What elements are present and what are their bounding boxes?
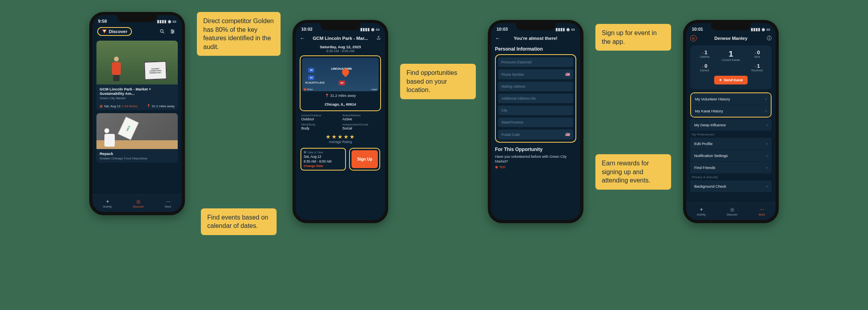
change-date-link[interactable]: Change Date (304, 164, 343, 168)
phone-discover: 9:58 ▮▮▮▮ ◉ ▭ Discover (89, 12, 185, 215)
share-icon[interactable] (376, 35, 381, 41)
svg-point-6 (173, 31, 174, 32)
chevron-right-icon: › (766, 153, 768, 158)
tab-activity[interactable]: ✦Activity (697, 207, 705, 216)
send-karat-button[interactable]: ✦Send Karat (714, 76, 748, 84)
notch (320, 23, 360, 30)
svg-point-7 (172, 32, 173, 33)
stat-sent: 0 (757, 49, 760, 55)
map-legal[interactable]: Legal (371, 88, 377, 90)
event-more-dates[interactable]: (+34 More) (122, 104, 137, 108)
callout-rewards: Earn rewards for signing up and attendin… (595, 154, 671, 190)
signup-button[interactable]: Sign Up (352, 150, 378, 168)
pin-icon: 📍 (325, 94, 329, 98)
menu-background-check[interactable]: Background Check› (690, 181, 772, 192)
event-date: Sat, Aug 12 (104, 104, 120, 108)
calendar-icon: ▦ (100, 104, 103, 108)
clock: 10:02 (301, 27, 312, 31)
event-title: Repack (100, 151, 175, 156)
addr2-field[interactable]: Additional Address Info (498, 94, 573, 103)
event-org: Greater Chicago Food Depository (100, 157, 175, 160)
form-answer[interactable]: ◉ Yes! (495, 165, 576, 169)
menu-volunteer-history[interactable]: My Volunteer History› (691, 93, 771, 105)
battery-icon: ▭ (376, 27, 379, 31)
menu-edit-profile[interactable]: Edit Profile› (690, 138, 772, 150)
mailing-field[interactable]: Mailing Address (498, 82, 573, 91)
attr-label: Indoor/Outdoor (301, 114, 338, 117)
avatar[interactable]: D (690, 35, 697, 41)
compass-icon: ◎ (730, 207, 734, 212)
clock: 10:01 (692, 27, 703, 31)
brand-discover-pill[interactable]: Discover (97, 27, 132, 36)
wifi-icon: ◉ (371, 27, 375, 31)
calendar-icon: ▦ (304, 151, 306, 154)
stat-lifetime: 1 (705, 49, 707, 55)
stat-received: 1 (757, 63, 760, 69)
rating-label: Average Rating (300, 140, 381, 144)
battery-icon: ▭ (571, 27, 575, 31)
event-title: GCM Lincoln Park - Market + Sustainabili… (100, 87, 175, 96)
tab-more[interactable]: ⋯More (759, 207, 765, 216)
callout-location: Find opportunities based on your locatio… (400, 64, 476, 99)
more-icon: ⋯ (760, 207, 764, 212)
signal-icon: ▮▮▮▮ (751, 27, 760, 31)
attr-value: Active (342, 117, 379, 121)
battery-icon: ▭ (173, 19, 176, 24)
signal-icon: ▮▮▮▮ (556, 27, 565, 31)
back-icon[interactable]: ← (495, 35, 501, 41)
wifi-icon: ◉ (762, 27, 765, 31)
phone-event-detail: 10:02 ▮▮▮▮ ◉ ▭ ← GCM Lincoln Park - Mar.… (293, 20, 388, 223)
svg-point-0 (160, 29, 163, 32)
spark-icon: ✦ (699, 207, 703, 212)
attr-value: Social (342, 126, 379, 130)
notch (117, 15, 157, 22)
callout-competitor: Direct competitor Golden has 80% of the … (197, 12, 281, 56)
flag-icon[interactable]: 🇺🇸 (565, 72, 570, 77)
event-org: Green City Market (100, 96, 175, 100)
clock: 9:58 (98, 19, 107, 24)
tab-more[interactable]: ⋯More (165, 199, 171, 208)
tab-discover[interactable]: ◎Discover (133, 199, 143, 208)
phone-signup-form: 10:03 ▮▮▮▮ ◉ ▭ ← You're almost there! Pe… (488, 20, 583, 223)
info-icon[interactable]: ⓘ (767, 35, 772, 42)
wifi-icon: ◉ (566, 27, 570, 31)
tab-bar: ✦Activity ◎Discover ⋯More (686, 202, 776, 220)
postal-field[interactable]: Postal Code🇺🇸 (498, 129, 573, 139)
section-opportunity: For This Opportunity (495, 147, 576, 152)
discover-label: Discover (109, 29, 127, 34)
state-field[interactable]: State/Province (498, 118, 573, 127)
section-personal-info: Personal Information (495, 46, 576, 52)
menu-deep-influence[interactable]: My Deep Influence› (690, 119, 772, 131)
map-street-label: W-NORTH-AVE (305, 81, 325, 84)
back-icon[interactable]: ← (300, 35, 305, 41)
personal-info-form: Pronouns (Optional) Phone Number🇺🇸 Maili… (495, 54, 576, 143)
clock: 10:03 (497, 27, 508, 31)
pronouns-field[interactable]: Pronouns (Optional) (498, 57, 573, 67)
flag-icon[interactable]: 🇺🇸 (565, 132, 570, 137)
attr-value: Body (301, 126, 338, 130)
stat-earned: 0 (705, 63, 707, 69)
filter-icon[interactable] (168, 27, 177, 36)
sparkle-icon: ✦ (719, 78, 722, 82)
datetime-box[interactable]: ▦Date & Time Sat, Aug 12 6:30 AM - 9:00 … (300, 148, 346, 171)
search-icon[interactable] (158, 27, 167, 36)
tab-activity[interactable]: ✦Activity (103, 199, 112, 208)
event-distance: 31.2 miles away (330, 94, 356, 98)
attr-value: Outdoor (301, 117, 338, 121)
city-field[interactable]: City (498, 106, 573, 115)
menu-karat-history[interactable]: My Karat History› (691, 105, 771, 117)
event-card-2[interactable]: Repack Greater Chicago Food Depository (96, 113, 178, 163)
tab-discover[interactable]: ◎Discover (727, 207, 737, 216)
rating-stars: ★★★★★ (300, 133, 381, 140)
menu-find-friends[interactable]: Find Friends› (690, 162, 772, 174)
map-view[interactable]: LINCOLN PARK W-NORTH-AVE 90 94 64 🍎 Maps… (302, 58, 379, 91)
phone-field[interactable]: Phone Number🇺🇸 (498, 69, 573, 79)
event-card-1[interactable]: CULINARY CONNECTIONS PARKING ONLY GCM Li… (96, 41, 178, 110)
attr-label: Mind/Body (301, 123, 338, 126)
profile-name: Denese Manley (714, 36, 747, 41)
logo-icon (102, 29, 107, 33)
attr-label: Active/Mellow (342, 114, 379, 117)
chevron-right-icon: › (766, 97, 767, 101)
menu-notifications[interactable]: Notification Settings› (690, 150, 772, 162)
wifi-icon: ◉ (168, 19, 171, 24)
